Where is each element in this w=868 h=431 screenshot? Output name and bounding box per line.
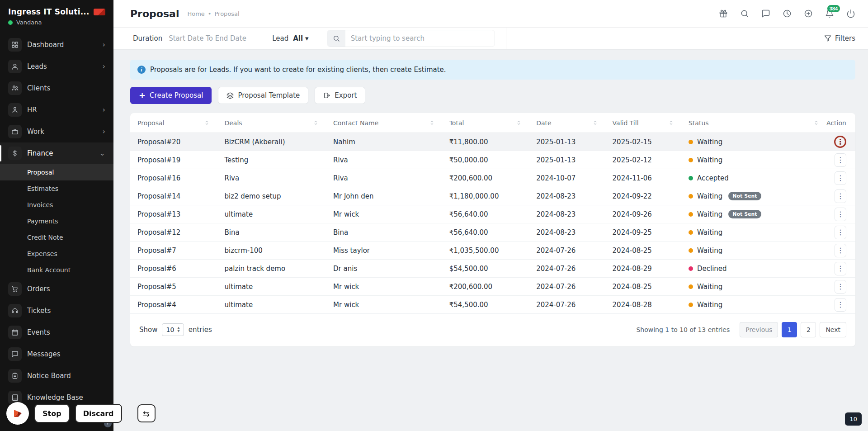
breadcrumb-home[interactable]: Home — [187, 10, 204, 17]
filters-button[interactable]: Filters — [824, 34, 855, 43]
cell-proposal[interactable]: Proposal#16 — [130, 174, 217, 182]
sidebar-item-label: Notice Board — [27, 372, 71, 380]
row-actions-button[interactable]: ⋮ — [835, 262, 846, 275]
column-header-status[interactable]: Status — [681, 119, 826, 127]
next-page-button[interactable]: Next — [820, 322, 846, 337]
column-header-action: Action — [826, 119, 855, 127]
sidebar-item-hr[interactable]: HR › — [0, 99, 113, 121]
table-row[interactable]: Proposal#5 ultimate Mr wick ₹200,600.00 … — [130, 278, 855, 296]
cell-proposal[interactable]: Proposal#4 — [130, 301, 217, 309]
sidebar-item-credit-note[interactable]: Credit Note — [0, 229, 113, 246]
row-actions-button[interactable]: ⋮ — [835, 189, 846, 203]
cell-proposal[interactable]: Proposal#12 — [130, 228, 217, 237]
column-header-valid-till[interactable]: Valid Till — [605, 119, 681, 127]
row-actions-button[interactable]: ⋮ — [835, 244, 846, 257]
previous-page-button[interactable]: Previous — [740, 322, 778, 337]
row-actions-button[interactable]: ⋮ — [835, 153, 846, 167]
swap-icon[interactable]: ⇆ — [137, 404, 156, 422]
cell-deal: Bina — [217, 228, 326, 237]
search-input[interactable] — [345, 30, 495, 47]
cell-date: 2024-10-07 — [529, 174, 605, 182]
column-header-deals[interactable]: Deals — [217, 119, 326, 127]
discard-button[interactable]: Discard — [75, 404, 122, 423]
table-row[interactable]: Proposal#4 ultimate Mr wick ₹54,500.00 2… — [130, 296, 855, 314]
row-actions-button[interactable]: ⋮ — [834, 136, 846, 148]
history-icon[interactable] — [783, 9, 792, 18]
sidebar-item-clients[interactable]: Clients — [0, 77, 113, 99]
table-row[interactable]: Proposal#13 ultimate Mr wick ₹56,640.00 … — [130, 205, 855, 223]
cell-proposal[interactable]: Proposal#20 — [130, 138, 217, 146]
create-proposal-button[interactable]: + Create Proposal — [130, 87, 212, 104]
cell-status: Declined — [681, 265, 826, 273]
page-size-select[interactable]: 10 ▲▼ — [162, 323, 184, 336]
chat-icon[interactable] — [761, 9, 770, 18]
cell-proposal[interactable]: Proposal#14 — [130, 192, 217, 200]
stop-button[interactable]: Stop — [34, 404, 70, 423]
sidebar-item-payments[interactable]: Payments — [0, 213, 113, 229]
column-header-date[interactable]: Date — [529, 119, 605, 127]
cell-proposal[interactable]: Proposal#19 — [130, 156, 217, 164]
cell-proposal[interactable]: Proposal#13 — [130, 210, 217, 218]
sidebar-item-invoices[interactable]: Invoices — [0, 197, 113, 213]
row-actions-button[interactable]: ⋮ — [835, 171, 846, 185]
sidebar-item-dashboard[interactable]: Dashboard › — [0, 34, 113, 56]
sidebar-item-proposal[interactable]: Proposal — [0, 164, 113, 180]
table-body: Proposal#20 BizCRM (Akberali) Nahim ₹11,… — [130, 133, 855, 314]
cell-proposal[interactable]: Proposal#5 — [130, 283, 217, 291]
status-label: Waiting — [697, 210, 722, 218]
row-actions-button[interactable]: ⋮ — [835, 208, 846, 221]
gift-icon[interactable] — [719, 9, 728, 18]
row-actions-button[interactable]: ⋮ — [835, 298, 846, 312]
sidebar-item-estimates[interactable]: Estimates — [0, 180, 113, 197]
proposals-table: Proposal Deals Contact Name Total Date — [130, 113, 855, 346]
sidebar-item-orders[interactable]: Orders — [0, 278, 113, 300]
row-actions-button[interactable]: ⋮ — [835, 226, 846, 239]
sidebar-menu: Dashboard › Leads › Clients HR › — [0, 34, 113, 408]
power-icon[interactable] — [846, 9, 855, 18]
cell-valid-till: 2024-08-25 — [605, 283, 681, 291]
table-row[interactable]: Proposal#7 bizcrm-100 Miss taylor ₹1,035… — [130, 242, 855, 260]
sidebar-item-finance[interactable]: Finance ⌄ — [0, 142, 113, 164]
cell-proposal[interactable]: Proposal#7 — [130, 246, 217, 255]
table-row[interactable]: Proposal#20 BizCRM (Akberali) Nahim ₹11,… — [130, 133, 855, 151]
cell-date: 2024-08-23 — [529, 210, 605, 218]
sidebar-item-leads[interactable]: Leads › — [0, 56, 113, 77]
table-row[interactable]: Proposal#12 Bina Bina ₹56,640.00 2024-08… — [130, 223, 855, 242]
sidebar: Ingress IT Soluti... Vandana Dashboard ›… — [0, 0, 113, 431]
tickets-icon — [8, 304, 22, 317]
cell-total: ₹56,640.00 — [442, 228, 529, 237]
column-header-contact-name[interactable]: Contact Name — [326, 119, 442, 127]
cell-proposal[interactable]: Proposal#6 — [130, 265, 217, 273]
events-icon — [8, 326, 22, 339]
row-actions-button[interactable]: ⋮ — [835, 280, 846, 294]
proposal-template-button[interactable]: Proposal Template — [218, 87, 308, 104]
page-title: Proposal — [130, 8, 179, 19]
search-icon[interactable] — [740, 9, 749, 18]
notifications-bell-icon[interactable]: 384 — [825, 9, 834, 18]
table-row[interactable]: Proposal#6 palzin track demo Dr anis $54… — [130, 260, 855, 278]
export-button[interactable]: Export — [315, 87, 365, 104]
cell-valid-till: 2024-09-26 — [605, 210, 681, 218]
add-icon[interactable] — [804, 9, 813, 18]
sidebar-item-notice-board[interactable]: Notice Board — [0, 365, 113, 387]
cell-deal: ultimate — [217, 210, 326, 218]
not-sent-badge: Not Sent — [728, 210, 761, 218]
lead-select[interactable]: All ▾ — [293, 34, 308, 43]
sidebar-item-expenses[interactable]: Expenses — [0, 246, 113, 262]
sidebar-item-messages[interactable]: Messages — [0, 343, 113, 365]
table-row[interactable]: Proposal#19 Testing Riva ₹50,000.00 2025… — [130, 151, 855, 169]
page-2-button[interactable]: 2 — [801, 322, 816, 337]
sidebar-item-events[interactable]: Events — [0, 322, 113, 343]
sidebar-item-bank-account[interactable]: Bank Account — [0, 262, 113, 278]
table-row[interactable]: Proposal#14 biz2 demo setup Mr John den … — [130, 187, 855, 205]
column-header-proposal[interactable]: Proposal — [130, 119, 217, 127]
column-header-total[interactable]: Total — [442, 119, 529, 127]
info-alert: i Proposals are for Leads. If you want t… — [130, 60, 855, 80]
table-row[interactable]: Proposal#16 Riva Riva ₹200,600.00 2024-1… — [130, 169, 855, 187]
sidebar-item-tickets[interactable]: Tickets — [0, 300, 113, 322]
cell-contact: Mr wick — [326, 210, 442, 218]
duration-input[interactable] — [169, 34, 257, 43]
sidebar-item-work[interactable]: Work › — [0, 121, 113, 142]
page-1-button[interactable]: 1 — [782, 322, 797, 337]
cell-valid-till: 2025-02-12 — [605, 156, 681, 164]
